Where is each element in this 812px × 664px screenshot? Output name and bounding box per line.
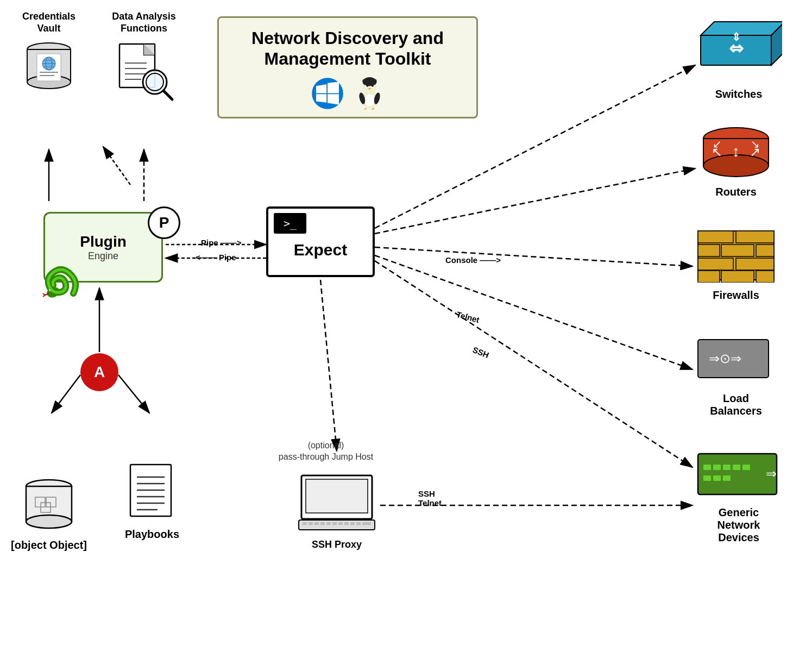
svg-line-16 xyxy=(103,147,130,185)
switches-icon: ⇔ ⇕ xyxy=(695,16,782,82)
plugin-title: Plugin xyxy=(80,233,127,250)
playbooks-label: Playbooks xyxy=(119,528,185,541)
credentials-vault: CredentialsVault xyxy=(11,11,87,95)
linux-icon xyxy=(355,76,385,111)
windows-icon xyxy=(311,77,344,110)
title-box: Network Discovery and Management Toolkit xyxy=(217,16,478,118)
svg-line-50 xyxy=(163,91,172,99)
svg-rect-109 xyxy=(698,454,777,494)
svg-rect-110 xyxy=(703,465,711,470)
svg-rect-112 xyxy=(723,465,731,470)
svg-rect-78 xyxy=(338,522,343,525)
pipe-back-label: <—— Pipe xyxy=(196,253,236,262)
ssh-proxy: SSH Proxy xyxy=(293,473,380,550)
svg-rect-75 xyxy=(320,522,325,525)
pipe-forward-label: Pipe ——> xyxy=(201,238,242,247)
ssh-telnet-label: SSHTelnet xyxy=(418,489,442,508)
svg-line-10 xyxy=(375,168,695,234)
svg-rect-111 xyxy=(713,465,721,470)
generic-network-icon: ⇒ xyxy=(695,451,782,500)
inventory: [object Object] xyxy=(11,473,87,552)
svg-text:⇒: ⇒ xyxy=(766,466,777,481)
inventory-label: [object Object] xyxy=(11,539,87,552)
expect-box: >_ Expect xyxy=(266,206,375,277)
svg-text:↕: ↕ xyxy=(732,143,740,160)
ssh-proxy-label: SSH Proxy xyxy=(293,539,380,550)
svg-line-13 xyxy=(375,261,693,467)
svg-rect-80 xyxy=(350,522,355,525)
svg-rect-82 xyxy=(362,522,371,525)
diagram: { "title": { "line1": "Network Discovery… xyxy=(0,0,812,664)
firewalls-label: Firewalls xyxy=(695,289,777,302)
svg-rect-114 xyxy=(742,465,750,470)
routers-icon: ↕ ↖ ↗ ↙ ↘ xyxy=(695,125,777,179)
svg-line-12 xyxy=(375,255,693,369)
svg-rect-68 xyxy=(306,479,368,513)
snake-svg xyxy=(30,255,84,310)
generic-network-label: GenericNetworkDevices xyxy=(695,506,782,544)
switches-label: Switches xyxy=(695,88,782,101)
svg-line-5 xyxy=(52,375,80,413)
svg-rect-103 xyxy=(736,258,774,270)
svg-line-6 xyxy=(118,375,149,413)
p-circle: P xyxy=(148,206,180,239)
inventory-icon xyxy=(19,473,79,533)
svg-rect-72 xyxy=(303,522,307,525)
firewalls-icon xyxy=(695,228,777,283)
playbooks-icon xyxy=(125,462,179,522)
credentials-vault-label: CredentialsVault xyxy=(11,11,87,34)
firewalls-device: Firewalls xyxy=(695,228,777,302)
svg-text:⇕: ⇕ xyxy=(732,31,741,43)
jump-host-label: (optional)pass-through Jump Host xyxy=(266,440,386,463)
data-analysis: Data AnalysisFunctions xyxy=(100,11,187,106)
svg-marker-84 xyxy=(701,22,782,35)
svg-rect-81 xyxy=(356,522,361,525)
title-text: Network Discovery and Management Toolkit xyxy=(230,28,465,70)
svg-rect-73 xyxy=(309,522,313,525)
svg-rect-76 xyxy=(326,522,331,525)
svg-rect-74 xyxy=(314,522,319,525)
svg-rect-101 xyxy=(756,245,774,256)
svg-rect-97 xyxy=(698,231,733,243)
os-icons xyxy=(230,76,465,111)
routers-device: ↕ ↖ ↗ ↙ ↘ Routers xyxy=(695,125,777,198)
console-label: Console ——> xyxy=(445,255,501,265)
svg-text:↘: ↘ xyxy=(751,138,760,150)
svg-rect-77 xyxy=(332,522,337,525)
data-analysis-label: Data AnalysisFunctions xyxy=(100,11,187,34)
terminal-header: >_ xyxy=(274,213,306,234)
plugin-sub: Engine xyxy=(88,250,118,262)
svg-rect-100 xyxy=(721,245,754,256)
svg-line-14 xyxy=(320,280,337,451)
svg-rect-116 xyxy=(713,475,721,481)
telnet-label: Telnet xyxy=(456,310,481,325)
svg-rect-105 xyxy=(721,271,754,283)
generic-network-device: ⇒ GenericNetworkDevices xyxy=(695,451,782,544)
load-balancers-label: LoadBalancers xyxy=(695,392,777,417)
ansible-circle: A xyxy=(80,353,118,391)
load-balancers-icon: ⇒⊙⇒ xyxy=(695,331,777,386)
database-cylinder xyxy=(22,39,76,93)
svg-rect-99 xyxy=(698,245,720,256)
svg-rect-104 xyxy=(698,271,720,283)
svg-rect-98 xyxy=(736,231,774,243)
svg-rect-79 xyxy=(344,522,349,525)
load-balancers-device: ⇒⊙⇒ LoadBalancers xyxy=(695,331,777,417)
svg-point-49 xyxy=(146,73,163,91)
expect-title: Expect xyxy=(294,241,347,259)
svg-rect-115 xyxy=(703,475,711,481)
svg-point-56 xyxy=(26,515,72,528)
ssh-label: SSH xyxy=(471,345,490,360)
snake-icon xyxy=(30,255,84,310)
data-analysis-icon xyxy=(111,39,177,104)
playbooks: Playbooks xyxy=(119,462,185,541)
svg-text:⇒⊙⇒: ⇒⊙⇒ xyxy=(709,351,741,366)
svg-rect-113 xyxy=(733,465,740,470)
svg-rect-117 xyxy=(723,475,731,481)
svg-rect-102 xyxy=(698,258,733,270)
routers-label: Routers xyxy=(695,186,777,198)
svg-text:↙: ↙ xyxy=(713,138,722,150)
svg-rect-106 xyxy=(756,271,774,283)
ssh-proxy-icon xyxy=(296,473,377,533)
switches-device: ⇔ ⇕ Switches xyxy=(695,16,782,101)
